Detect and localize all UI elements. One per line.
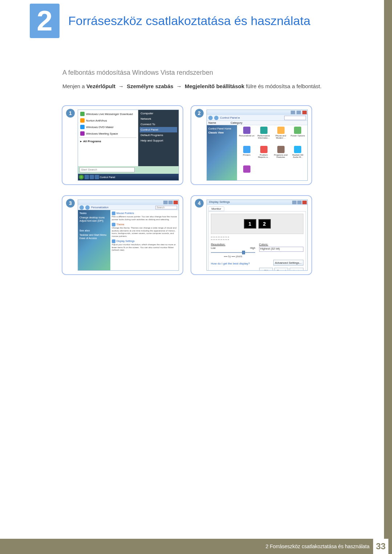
breadcrumb[interactable]: Personalization [91, 206, 109, 209]
forward-icon[interactable] [214, 116, 219, 120]
start-item[interactable]: Windows DVD Maker [79, 124, 136, 130]
apply-button[interactable]: Apply [290, 268, 303, 271]
extra-icon [243, 165, 250, 173]
programs-icon [277, 146, 285, 153]
cp-icon-performance[interactable]: Performance Informatio... [256, 127, 272, 144]
start-item[interactable]: Windows Meeting Space [79, 130, 136, 137]
pers-section[interactable]: Theme Change the theme. Themes can chang… [112, 223, 177, 238]
task-link[interactable]: Change desktop icons [79, 216, 109, 219]
monitor-1[interactable]: 1 [244, 219, 256, 229]
see-also-link[interactable]: Taskbar and Start Menu [79, 233, 109, 237]
cp-icon-label: Problem Reports a... [256, 154, 272, 158]
task-link[interactable]: Adjust font size (DPI) [79, 219, 109, 222]
start-right-item[interactable]: Network [140, 116, 177, 122]
back-icon[interactable] [79, 205, 84, 210]
section-heading: A felbontás módosítása Windows Vista ren… [62, 69, 360, 77]
col-category[interactable]: Category [230, 121, 242, 124]
cp-icon-phone[interactable]: Phone and Modem ... [273, 127, 289, 144]
instr-suffix: fülre és módosítsa a felbontást. [246, 83, 321, 89]
step-badge-3: 3 [66, 199, 75, 208]
meeting-icon [80, 131, 85, 136]
classic-view-link[interactable]: Classic View [208, 131, 236, 135]
address-bar: Control Panel ▸ [207, 115, 307, 121]
cp-icons-grid: Personalizati on Performance Informatio.… [237, 125, 307, 180]
start-item[interactable]: Windows Live Messenger Download [79, 111, 136, 117]
section-link[interactable]: Theme [117, 223, 124, 226]
maximize-icon[interactable] [297, 111, 301, 114]
cp-icon-label: Performance Informatio... [256, 135, 272, 139]
path-1: Vezérlőpult [86, 83, 115, 89]
see-also-link[interactable]: Ease of Access [79, 237, 109, 240]
instruction-line: Menjen a Vezérlőpult → Személyre szabás … [62, 82, 360, 91]
personalization-icon [243, 127, 250, 134]
close-icon[interactable] [173, 201, 178, 204]
start-right-item[interactable]: Help and Support [140, 138, 177, 143]
breadcrumb[interactable]: Control Panel ▸ [220, 116, 240, 119]
display-icon [112, 239, 115, 243]
cp-icon-programs[interactable]: Programs and Features [273, 146, 289, 164]
cp-icon-realtek[interactable]: Realtek HD Audio M... [290, 146, 306, 164]
page-number: 33 [373, 539, 388, 554]
cancel-button[interactable]: Cancel [274, 268, 288, 271]
col-name[interactable]: Name [208, 121, 216, 124]
start-right-item[interactable]: Connect To [140, 122, 177, 127]
search-input[interactable] [284, 116, 306, 120]
resolution-label: Resolution: [211, 243, 225, 246]
start-item[interactable]: Norton AntiVirus [79, 117, 136, 124]
cp-icon-power[interactable]: Power Options [290, 127, 306, 144]
ok-button[interactable]: OK [259, 268, 273, 271]
minimize-icon[interactable] [291, 111, 295, 114]
minimize-icon[interactable] [292, 201, 297, 204]
monitor-preview[interactable]: 1 2 [211, 214, 303, 234]
dvd-icon [80, 125, 85, 129]
help-link[interactable]: How do I get the best display? [211, 262, 250, 265]
colors-col: Colors: Highest (32 bit) [259, 243, 303, 258]
section-link[interactable]: Mouse Pointers [117, 212, 134, 214]
cp-icon-personalization[interactable]: Personalizati on [238, 127, 255, 144]
path-2: Személyre szabás [127, 83, 173, 89]
cp-icon-problem[interactable]: Problem Reports a... [256, 146, 272, 164]
maximize-icon[interactable] [297, 201, 302, 204]
maximize-icon[interactable] [168, 201, 173, 204]
start-orb-icon[interactable] [79, 175, 84, 180]
messenger-icon [80, 112, 85, 116]
minimize-icon[interactable] [163, 201, 168, 204]
monitor-tab[interactable]: Monitor [208, 206, 224, 211]
instr-prefix: Menjen a [62, 83, 86, 89]
advanced-settings-button[interactable]: Advanced Settings... [273, 260, 303, 266]
chapter-title: Forráseszköz csatlakoztatása és használa… [68, 14, 310, 28]
cp-icon-printers[interactable]: Printers [238, 146, 255, 164]
pers-section[interactable]: Display Settings Adjust your monitor res… [112, 239, 177, 252]
forward-icon[interactable] [85, 205, 90, 210]
cp-home-link[interactable]: Control Panel Home [208, 127, 236, 131]
start-search-input[interactable]: Start Search [79, 167, 135, 172]
start-right-item[interactable]: Computer [140, 111, 177, 116]
monitor-2[interactable]: 2 [258, 219, 271, 229]
quicklaunch-icon[interactable] [90, 175, 94, 179]
quicklaunch-icon[interactable] [85, 175, 89, 179]
colors-select[interactable]: Highest (32 bit) [259, 247, 303, 252]
start-item-label: Windows DVD Maker [86, 126, 114, 129]
all-programs[interactable]: ▸All Programs [79, 139, 136, 144]
close-icon[interactable] [302, 201, 307, 204]
start-right-item[interactable]: Default Programs [140, 132, 177, 138]
section-desc: Pick a different mouse pointer. You can … [112, 216, 177, 221]
pers-section[interactable]: Mouse Pointers Pick a different mouse po… [112, 212, 177, 221]
cp-icon-extra[interactable] [238, 165, 255, 179]
step-badge-2: 2 [195, 109, 204, 118]
section-link[interactable]: Display Settings [117, 240, 135, 242]
search-input[interactable]: Search [155, 206, 177, 209]
cp-icon-label: Power Options [290, 135, 306, 137]
close-icon[interactable] [302, 111, 307, 114]
step-card-1: 1 Windows Live Messenger Download Norton… [62, 105, 183, 185]
back-icon[interactable] [208, 116, 213, 120]
start-control-panel[interactable]: Control Panel [140, 127, 177, 132]
quicklaunch-icon[interactable] [95, 175, 99, 179]
screenshot-3: Personalization Search Tasks Change desk… [78, 200, 179, 271]
step-badge-1: 1 [66, 109, 75, 118]
taskbar-button[interactable]: Control Panel [100, 176, 115, 178]
resolution-slider[interactable] [211, 251, 255, 254]
window-chrome [78, 200, 179, 205]
slider-thumb-icon[interactable] [242, 251, 245, 254]
colors-label: Colors: [259, 243, 268, 246]
